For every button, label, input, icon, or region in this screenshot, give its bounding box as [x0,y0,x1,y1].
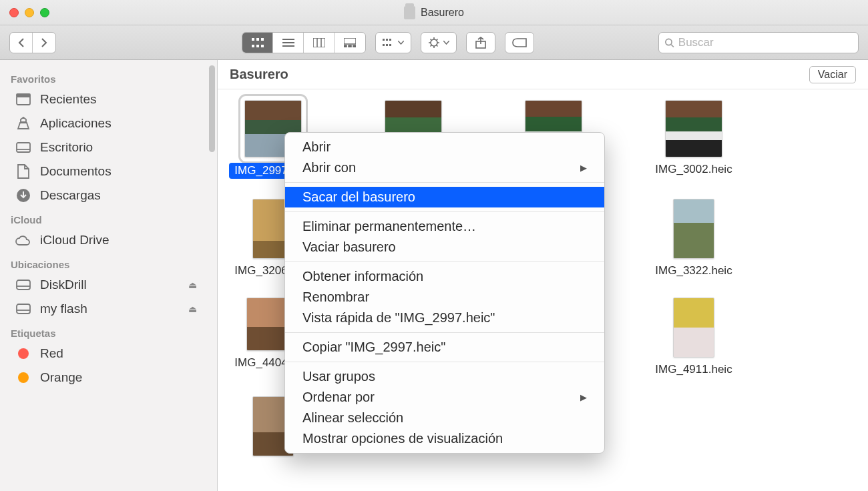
menu-item[interactable]: Sacar del basurero [285,187,604,207]
window-title: Basurero [421,7,464,19]
eject-icon[interactable]: ⏏ [188,280,197,290]
file-thumbnail [665,100,722,157]
empty-trash-button[interactable]: Vaciar [809,66,856,83]
sidebar-section-title: Favoritos [0,67,217,87]
location-title: Basurero [230,67,288,82]
sidebar-item-label: Red [40,346,63,361]
svg-rect-3 [252,45,254,47]
trash-icon [404,6,415,19]
menu-item[interactable]: Renombrar [285,287,604,308]
sidebar-item-my-flash[interactable]: my flash⏏ [0,297,217,321]
submenu-arrow-icon: ▶ [580,392,587,402]
menu-item-label: Sacar del basurero [302,189,415,205]
toolbar [0,25,868,60]
menu-item-label: Vaciar basurero [302,239,396,255]
sidebar-section-title: Etiquetas [0,321,217,342]
column-view-button[interactable] [304,33,335,53]
menu-item-label: Obtener información [302,269,423,284]
close-window-button[interactable] [9,8,19,17]
svg-rect-31 [17,280,30,290]
titlebar: Basurero [0,0,868,25]
eject-icon[interactable]: ⏏ [188,304,197,314]
share-button[interactable] [466,32,495,53]
file-name-label: IMG_3322.heic [655,264,732,278]
svg-rect-2 [261,38,264,41]
menu-item[interactable]: Copiar "IMG_2997.heic" [285,337,604,358]
menu-item[interactable]: Mostrar opciones de visualización [285,428,604,449]
list-view-button[interactable] [273,33,304,53]
svg-line-25 [671,44,674,47]
recents-icon [15,93,32,105]
file-item[interactable]: IMG_4911.heic [650,298,737,376]
zoom-window-button[interactable] [40,8,49,17]
menu-item-label: Copiar "IMG_2997.heic" [302,340,445,355]
disk-icon [15,304,32,314]
file-item[interactable]: IMG_3002.heic [650,100,737,179]
download-icon [15,188,32,203]
sidebar-item-descargas[interactable]: Descargas [0,183,217,207]
forward-button[interactable] [33,33,55,53]
window-controls [9,8,49,17]
sidebar: FavoritosRecientesAplicacionesEscritorio… [0,60,218,491]
menu-item-label: Vista rápida de "IMG_2997.heic" [302,310,495,326]
menu-item[interactable]: Eliminar permanentemente… [285,216,604,237]
menu-item-label: Renombrar [302,290,369,305]
menu-item-label: Alinear selección [302,410,403,426]
sidebar-item-recientes[interactable]: Recientes [0,87,217,111]
tag-icon [15,372,32,383]
svg-rect-15 [353,45,356,47]
tags-button[interactable] [505,32,534,53]
svg-rect-5 [261,45,264,47]
sidebar-section-title: Ubicaciones [0,252,217,273]
menu-item[interactable]: Obtener información [285,266,604,287]
file-grid[interactable]: IMG_2997.heicIMG_2998.heicIMG_3000.heicI… [218,89,868,491]
search-icon [664,37,674,48]
sidebar-item-label: Descargas [40,188,101,203]
sidebar-item-red[interactable]: Red [0,342,217,366]
svg-rect-9 [313,38,325,47]
sidebar-section-title: iCloud [0,207,217,228]
minimize-window-button[interactable] [25,8,34,17]
menu-item[interactable]: Abrir con▶ [285,157,604,178]
cloud-icon [15,235,32,246]
menu-item[interactable]: Vista rápida de "IMG_2997.heic" [285,308,604,328]
sidebar-item-orange[interactable]: Orange [0,366,217,390]
location-bar: Basurero Vaciar [218,60,868,89]
sidebar-item-label: Recientes [40,92,97,107]
svg-rect-19 [383,44,385,46]
svg-rect-20 [386,44,388,46]
file-item[interactable]: IMG_3322.heic [650,199,737,278]
sidebar-item-label: Escritorio [40,140,93,155]
back-button[interactable] [10,33,33,53]
sidebar-item-icloud-drive[interactable]: iCloud Drive [0,228,217,252]
menu-item-label: Abrir con [302,160,356,175]
sidebar-item-aplicaciones[interactable]: Aplicaciones [0,111,217,135]
sidebar-item-escritorio[interactable]: Escritorio [0,135,217,159]
sidebar-item-diskdrill[interactable]: DiskDrill⏏ [0,273,217,297]
tag-icon [15,348,32,359]
menu-item[interactable]: Alinear selección [285,408,604,428]
svg-rect-21 [389,44,391,46]
action-menu-button[interactable] [421,32,457,53]
svg-rect-13 [344,45,347,47]
svg-rect-1 [256,38,259,41]
sidebar-item-documentos[interactable]: Documentos [0,159,217,183]
svg-rect-14 [349,45,351,47]
menu-item[interactable]: Usar grupos [285,366,604,387]
icon-view-button[interactable] [242,33,273,53]
menu-item[interactable]: Ordenar por▶ [285,387,604,408]
menu-item-label: Eliminar permanentemente… [302,219,476,234]
menu-item-label: Ordenar por [302,390,375,405]
svg-rect-18 [389,39,391,41]
content-area: Basurero Vaciar IMG_2997.heicIMG_2998.he… [218,60,868,491]
group-by-button[interactable] [375,32,411,53]
menu-item[interactable]: Vaciar basurero [285,237,604,258]
search-input[interactable] [678,36,853,49]
file-thumbnail [673,298,714,358]
svg-rect-16 [383,39,385,41]
menu-item[interactable]: Abrir [285,137,604,157]
search-field[interactable] [658,32,859,53]
svg-rect-28 [17,143,30,152]
gallery-view-button[interactable] [335,33,365,53]
desktop-icon [15,142,32,153]
